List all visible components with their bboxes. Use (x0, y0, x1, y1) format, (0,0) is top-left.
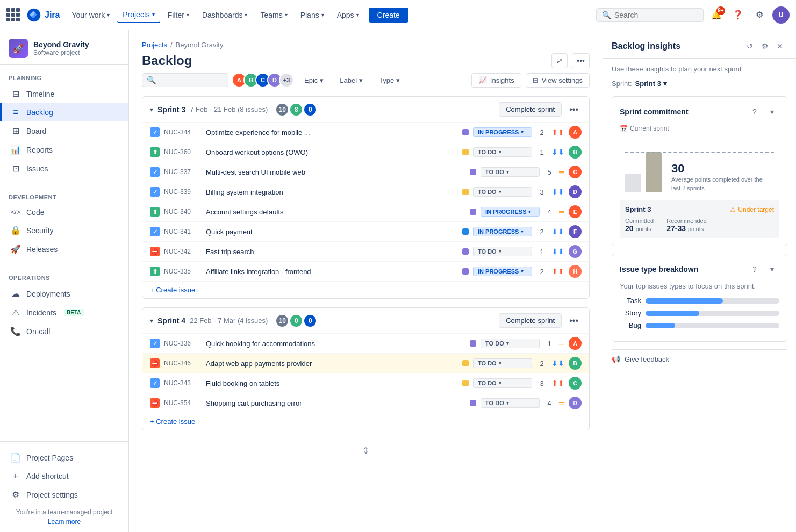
search-input[interactable] (614, 11, 698, 19)
breakdown-help-btn[interactable]: ? (747, 262, 762, 277)
issue-row[interactable]: ⬆ NUC-360 Onboard workout options (OWO) … (142, 142, 589, 162)
breakdown-expand-btn[interactable]: ▾ (764, 262, 779, 277)
breakdown-bar-bg (646, 323, 779, 328)
fullscreen-button[interactable]: ⤢ (551, 53, 568, 68)
issue-status[interactable]: IN PROGRESS ▾ (473, 227, 532, 236)
sidebar-item-timeline[interactable]: ⊟ Timeline (0, 84, 128, 103)
nav-projects[interactable]: Projects ▾ (117, 7, 160, 23)
sprint-3-create-issue[interactable]: + Create issue (142, 281, 589, 298)
sidebar-item-add-shortcut[interactable]: + Add shortcut (0, 467, 128, 485)
commitment-help-btn[interactable]: ? (747, 104, 762, 119)
sprint-3-header[interactable]: ▾ Sprint 3 7 Feb - 21 Feb (8 issues) 10 … (142, 97, 589, 122)
sprint-4-more-button[interactable]: ••• (566, 314, 582, 328)
issue-row[interactable]: ⬆ NUC-335 Affiliate links integration - … (142, 261, 589, 281)
issue-status[interactable]: TO DO ▾ (473, 247, 532, 256)
sidebar-item-incidents[interactable]: ⚠ Incidents BETA (0, 303, 128, 322)
settings-button[interactable]: ⚙ (751, 6, 768, 24)
insights-button[interactable]: 📈 Insights (471, 73, 521, 88)
breadcrumb-projects[interactable]: Projects (142, 41, 167, 49)
issue-status[interactable]: IN PROGRESS ▾ (473, 127, 532, 137)
sprint-4-complete-button[interactable]: Complete sprint (499, 313, 562, 328)
backlog-search[interactable]: 🔍 (142, 73, 228, 87)
user-avatar[interactable]: U (772, 6, 790, 24)
issue-row[interactable]: ✓ NUC-339 Billing system integration TO … (142, 182, 589, 202)
sidebar-item-releases[interactable]: 🚀 Releases (0, 240, 128, 258)
issue-status[interactable]: TO DO ▾ (481, 167, 540, 177)
nav-your-work[interactable]: Your work ▾ (66, 8, 115, 23)
issue-status[interactable]: TO DO ▾ (473, 147, 532, 157)
help-button[interactable]: ❓ (729, 6, 747, 24)
nav-plans[interactable]: Plans ▾ (295, 8, 329, 23)
issue-status[interactable]: TO DO ▾ (481, 339, 540, 348)
sprint-4-create-issue[interactable]: + Create issue (142, 413, 589, 430)
search-box[interactable]: 🔍 (596, 8, 704, 22)
sprint-4-header[interactable]: ▾ Sprint 4 22 Feb - 7 Mar (4 issues) 10 … (142, 308, 589, 333)
feedback-row[interactable]: 📢 Give feedback (612, 349, 787, 369)
committed-points: Committed 20 points (625, 218, 654, 233)
issue-row[interactable]: ⛔ NUC-354 Shopping cart purchasing error… (142, 393, 589, 413)
issue-row[interactable]: ⬆ NUC-340 Account settings defaults IN P… (142, 202, 589, 221)
sprint-3-complete-button[interactable]: Complete sprint (499, 102, 562, 117)
footer-link[interactable]: Learn more (0, 518, 128, 526)
issue-row[interactable]: ⛔ NUC-346 Adapt web app payments provide… (142, 353, 589, 373)
sprint-3-more-button[interactable]: ••• (566, 103, 582, 117)
sprint-3-count-green: 8 (290, 104, 302, 116)
issue-status[interactable]: IN PROGRESS ▾ (473, 267, 532, 276)
sidebar-item-deployments[interactable]: ☁ Deployments (0, 284, 128, 303)
issue-status[interactable]: TO DO ▾ (473, 187, 532, 197)
sidebar-item-project-settings[interactable]: ⚙ Project settings (0, 485, 128, 504)
issue-row[interactable]: ✓ NUC-336 Quick booking for accommodatio… (142, 333, 589, 353)
grid-menu-icon[interactable] (6, 8, 20, 21)
sidebar-item-board[interactable]: ⊞ Board (0, 121, 128, 140)
bar-current-sprint (646, 152, 662, 192)
commitment-expand-btn[interactable]: ▾ (764, 104, 779, 119)
epic-filter[interactable]: Epic ▾ (298, 73, 329, 88)
nav-filter[interactable]: Filter ▾ (162, 8, 195, 23)
sprint-3-dates: 7 Feb - 21 Feb (8 issues) (190, 105, 268, 113)
create-button[interactable]: Create (369, 8, 408, 23)
issue-status[interactable]: TO DO ▾ (473, 358, 532, 368)
type-filter[interactable]: Type ▾ (373, 73, 406, 88)
label-filter[interactable]: Label ▾ (334, 73, 369, 88)
sprint-select-value[interactable]: Sprint 3 ▾ (635, 80, 667, 88)
sidebar-item-security[interactable]: 🔒 Security (0, 221, 128, 240)
priority-high-icon: ⬆⬆ (551, 128, 564, 136)
jira-logo[interactable]: Jira (26, 8, 60, 23)
issue-status[interactable]: TO DO ▾ (481, 398, 540, 408)
sprint-commitment-card: Sprint commitment ? ▾ 📅 Current sprint (612, 96, 787, 246)
backlog-search-input[interactable] (159, 76, 224, 84)
issue-status[interactable]: TO DO ▾ (473, 378, 532, 388)
issue-num: 5 (544, 168, 555, 176)
issue-row[interactable]: ✓ NUC-341 Quick payment IN PROGRESS ▾ 2 … (142, 221, 589, 241)
issue-row[interactable]: ✓ NUC-343 Fluid booking on tablets TO DO… (142, 373, 589, 393)
nav-dashboards[interactable]: Dashboards ▾ (197, 8, 253, 23)
issue-row[interactable]: ✓ NUC-344 Optimize experience for mobile… (142, 122, 589, 142)
nav-apps[interactable]: Apps ▾ (332, 8, 364, 23)
issue-color-dot (470, 400, 476, 406)
task-type-icon: ✓ (150, 187, 160, 197)
issue-row[interactable]: ⛔ NUC-342 Fast trip search TO DO ▾ 1 ⬇⬇ … (142, 241, 589, 261)
story-type-icon: ⬆ (150, 267, 160, 276)
issue-summary: Account settings defaults (206, 208, 465, 216)
breakdown-type-label: Task (620, 297, 641, 305)
close-icon-btn[interactable]: ✕ (772, 39, 787, 54)
issue-row[interactable]: ✓ NUC-337 Multi-dest search UI mobile we… (142, 162, 589, 182)
sidebar-item-reports[interactable]: 📊 Reports (0, 140, 128, 159)
add-shortcut-icon: + (10, 471, 21, 481)
bug-type-icon: ⛔ (150, 358, 160, 368)
issue-color-dot (462, 129, 469, 135)
nav-teams[interactable]: Teams ▾ (255, 8, 292, 23)
more-options-button[interactable]: ••• (572, 53, 590, 68)
breakdown-bar-row: Story (620, 309, 779, 317)
filter-plus-count[interactable]: +3 (279, 73, 294, 88)
sidebar-item-issues[interactable]: ⊡ Issues (0, 159, 128, 178)
issue-status[interactable]: IN PROGRESS ▾ (481, 207, 540, 217)
sidebar-item-on-call[interactable]: 📞 On-call (0, 322, 128, 341)
sidebar-item-code[interactable]: </> Code (0, 204, 128, 221)
view-settings-button[interactable]: ⊟ View settings (526, 73, 590, 88)
sidebar-item-backlog[interactable]: ≡ Backlog (0, 103, 128, 121)
settings-icon-btn[interactable]: ⚙ (757, 39, 772, 54)
refresh-icon-btn[interactable]: ↺ (742, 39, 757, 54)
notifications-button[interactable]: 🔔 9+ (708, 6, 725, 24)
sidebar-item-project-pages[interactable]: 📄 Project Pages (0, 448, 128, 467)
